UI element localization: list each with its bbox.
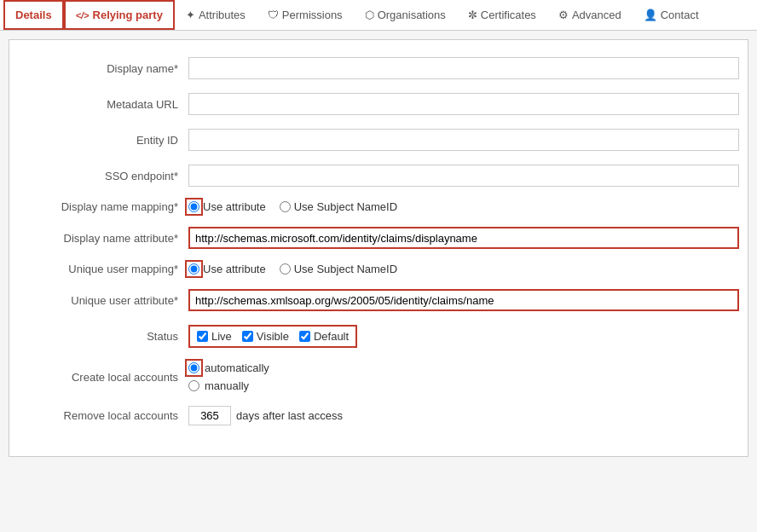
unique-user-mapping-use-attribute-label[interactable]: Use attribute bbox=[188, 263, 266, 275]
unique-user-mapping-use-subject-text: Use Subject NameID bbox=[294, 263, 397, 275]
tab-attributes-label: Attributes bbox=[199, 9, 246, 21]
advanced-icon: ⚙ bbox=[558, 9, 569, 21]
entity-id-input[interactable] bbox=[188, 129, 739, 151]
entity-id-label: Entity ID bbox=[18, 134, 188, 147]
tab-details[interactable]: Details bbox=[3, 0, 64, 30]
display-name-mapping-label: Display name mapping* bbox=[18, 200, 188, 213]
remove-local-days-input[interactable] bbox=[188, 406, 231, 425]
permissions-icon: 🛡 bbox=[268, 9, 279, 21]
display-name-attribute-label: Display name attribute* bbox=[18, 232, 188, 245]
unique-user-attribute-label: Unique user attribute* bbox=[18, 294, 188, 307]
tab-relying-party[interactable]: </> Relying party bbox=[64, 0, 175, 30]
tab-organisations-label: Organisations bbox=[378, 9, 446, 21]
sso-endpoint-input[interactable] bbox=[188, 165, 739, 187]
create-local-manually-text: manually bbox=[205, 379, 249, 392]
organisations-icon: ⬡ bbox=[365, 9, 374, 21]
form-content: Display name* Metadata URL Entity ID SSO… bbox=[9, 39, 748, 457]
display-name-control bbox=[188, 57, 739, 79]
tab-bar: Details </> Relying party ✦ Attributes 🛡… bbox=[0, 0, 757, 31]
tab-contact[interactable]: 👤 Contact bbox=[633, 1, 710, 29]
sso-endpoint-control bbox=[188, 165, 739, 187]
tab-relying-party-label: Relying party bbox=[93, 9, 163, 21]
unique-user-attribute-control bbox=[188, 289, 739, 311]
create-accounts-group: automatically manually bbox=[188, 361, 739, 392]
tab-attributes[interactable]: ✦ Attributes bbox=[175, 1, 257, 29]
unique-user-mapping-use-attribute-radio[interactable] bbox=[188, 263, 199, 275]
display-name-row: Display name* bbox=[18, 57, 739, 79]
display-name-attribute-row: Display name attribute* bbox=[18, 227, 739, 249]
tab-certificates-label: Certificates bbox=[481, 9, 536, 21]
create-local-automatically-radio[interactable] bbox=[188, 362, 199, 373]
unique-user-mapping-row: Unique user mapping* Use attribute Use S… bbox=[18, 263, 739, 275]
display-name-attribute-control bbox=[188, 227, 739, 249]
sso-endpoint-row: SSO endpoint* bbox=[18, 165, 739, 187]
display-name-mapping-use-subject-text: Use Subject NameID bbox=[294, 200, 397, 213]
status-visible-checkbox[interactable] bbox=[242, 331, 253, 342]
metadata-url-label: Metadata URL bbox=[18, 98, 188, 111]
metadata-url-row: Metadata URL bbox=[18, 93, 739, 115]
metadata-url-input[interactable] bbox=[188, 93, 739, 115]
display-name-mapping-use-attribute-radio[interactable] bbox=[188, 201, 199, 212]
metadata-url-control bbox=[188, 93, 739, 115]
create-local-accounts-control: automatically manually bbox=[188, 361, 739, 392]
remove-local-accounts-row: Remove local accounts days after last ac… bbox=[18, 406, 739, 425]
display-name-mapping-row: Display name mapping* Use attribute Use … bbox=[18, 200, 739, 213]
unique-user-mapping-label: Unique user mapping* bbox=[18, 263, 188, 275]
sso-endpoint-label: SSO endpoint* bbox=[18, 170, 188, 182]
certificates-icon: ✼ bbox=[468, 9, 477, 21]
display-name-mapping-radio-group: Use attribute Use Subject NameID bbox=[188, 200, 739, 213]
status-live-label[interactable]: Live bbox=[197, 330, 232, 343]
unique-user-mapping-use-attribute-text: Use attribute bbox=[203, 263, 266, 275]
display-name-mapping-use-attribute-text: Use attribute bbox=[203, 200, 266, 213]
tab-permissions[interactable]: 🛡 Permissions bbox=[257, 1, 354, 29]
tab-details-label: Details bbox=[15, 9, 52, 21]
contact-icon: 👤 bbox=[644, 9, 657, 21]
tab-organisations[interactable]: ⬡ Organisations bbox=[354, 1, 457, 29]
remove-local-accounts-control: days after last access bbox=[188, 406, 739, 425]
display-name-input[interactable] bbox=[188, 57, 739, 79]
remove-local-suffix-text: days after last access bbox=[236, 409, 343, 422]
display-name-label: Display name* bbox=[18, 62, 188, 75]
display-name-mapping-use-subject-label[interactable]: Use Subject NameID bbox=[280, 200, 397, 213]
tab-permissions-label: Permissions bbox=[282, 9, 343, 21]
entity-id-row: Entity ID bbox=[18, 129, 739, 151]
display-name-attribute-input[interactable] bbox=[188, 227, 739, 249]
create-local-accounts-row: Create local accounts automatically manu… bbox=[18, 361, 739, 392]
remove-local-accounts-label: Remove local accounts bbox=[18, 409, 188, 422]
status-label: Status bbox=[18, 330, 188, 343]
status-control: Live Visible Default bbox=[188, 325, 739, 348]
create-local-accounts-label: Create local accounts bbox=[18, 371, 188, 384]
tab-advanced[interactable]: ⚙ Advanced bbox=[547, 1, 633, 29]
display-name-mapping-use-subject-radio[interactable] bbox=[280, 201, 291, 212]
status-visible-text: Visible bbox=[257, 330, 289, 343]
status-default-text: Default bbox=[314, 330, 349, 343]
unique-user-attribute-input[interactable] bbox=[188, 289, 739, 311]
status-live-text: Live bbox=[211, 330, 232, 343]
entity-id-control bbox=[188, 129, 739, 151]
create-local-manually-label[interactable]: manually bbox=[188, 379, 739, 392]
status-row: Status Live Visible Default bbox=[18, 325, 739, 348]
tab-advanced-label: Advanced bbox=[572, 9, 621, 21]
display-name-mapping-use-attribute-label[interactable]: Use attribute bbox=[188, 200, 266, 213]
create-local-manually-radio[interactable] bbox=[188, 380, 199, 391]
status-default-checkbox[interactable] bbox=[299, 331, 310, 342]
relying-party-icon: </> bbox=[76, 10, 90, 20]
create-local-automatically-text: automatically bbox=[205, 361, 269, 374]
unique-user-attribute-row: Unique user attribute* bbox=[18, 289, 739, 311]
status-live-checkbox[interactable] bbox=[197, 331, 208, 342]
unique-user-mapping-use-subject-label[interactable]: Use Subject NameID bbox=[280, 263, 397, 275]
unique-user-mapping-control: Use attribute Use Subject NameID bbox=[188, 263, 739, 275]
status-checkbox-group: Live Visible Default bbox=[188, 325, 357, 348]
attributes-icon: ✦ bbox=[186, 9, 195, 21]
create-local-automatically-label[interactable]: automatically bbox=[188, 361, 739, 374]
unique-user-mapping-use-subject-radio[interactable] bbox=[280, 263, 291, 275]
tab-contact-label: Contact bbox=[661, 9, 699, 21]
status-visible-label[interactable]: Visible bbox=[242, 330, 289, 343]
remove-local-group: days after last access bbox=[188, 406, 739, 425]
unique-user-mapping-radio-group: Use attribute Use Subject NameID bbox=[188, 263, 739, 275]
status-default-label[interactable]: Default bbox=[299, 330, 349, 343]
tab-certificates[interactable]: ✼ Certificates bbox=[457, 1, 547, 29]
display-name-mapping-control: Use attribute Use Subject NameID bbox=[188, 200, 739, 213]
